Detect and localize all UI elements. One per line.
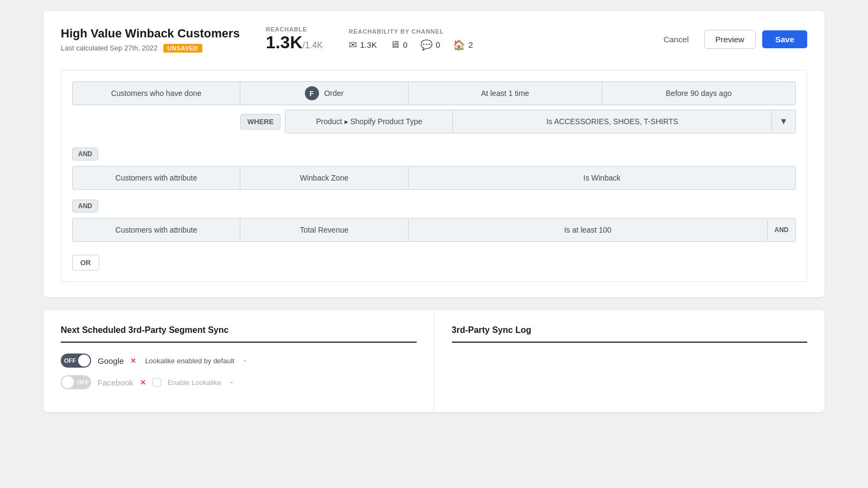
and-badge-2[interactable]: AND — [72, 194, 796, 218]
condition-label-1-3: At least 1 time — [481, 89, 529, 98]
reachable-label: REACHABLE — [266, 26, 323, 33]
condition-cell-1-4[interactable]: Before 90 days ago — [602, 81, 796, 105]
or-button[interactable]: OR — [72, 246, 796, 271]
header-actions: Cancel Preview Save — [655, 30, 807, 49]
condition-cell-1-2[interactable]: F Order — [240, 81, 409, 105]
facebook-dash: - — [230, 377, 233, 387]
facebook-platform-name: Facebook — [98, 378, 133, 387]
condition-cell-1-3[interactable]: At least 1 time — [409, 81, 602, 105]
and-inline-button[interactable]: AND — [768, 218, 796, 242]
save-button[interactable]: Save — [762, 30, 807, 48]
reachable-total: /1.4K — [302, 41, 322, 50]
reachable-section: REACHABLE 1.3K/1.4K — [266, 26, 323, 53]
condition-label-3-3: Is at least 100 — [564, 226, 611, 234]
condition-label-3-2: Total Revenue — [300, 226, 349, 234]
google-platform-x[interactable]: ✕ — [130, 357, 136, 365]
condition-row-2: Customers with attribute Winback Zone Is… — [72, 166, 796, 190]
home-icon: 🏠 — [453, 39, 465, 51]
event-badge: F — [305, 86, 319, 100]
google-toggle-row: OFF Google ✕ Lookalike enabled by defaul… — [61, 354, 417, 368]
lookalike-checkbox[interactable] — [152, 378, 161, 387]
home-count: 2 — [468, 40, 473, 49]
channel-email: ✉ 1.3K — [349, 39, 377, 51]
segment-builder: Customers who have done F Order At least… — [61, 70, 807, 282]
preview-button[interactable]: Preview — [704, 30, 756, 49]
title-section: High Value Winback Customers Last calcul… — [61, 27, 240, 53]
condition-cell-2-3[interactable]: Is Winback — [409, 166, 796, 190]
log-panel-title: 3rd-Party Sync Log — [452, 325, 808, 343]
condition-row-3: Customers with attribute Total Revenue I… — [72, 218, 796, 242]
condition-label-3-1: Customers with attribute — [116, 226, 197, 234]
facebook-toggle[interactable]: OFF — [61, 375, 91, 389]
channel-home: 🏠 2 — [453, 39, 473, 51]
or-label[interactable]: OR — [72, 255, 99, 271]
desktop-icon: 🖥 — [390, 39, 400, 50]
sync-panel: Next Scheduled 3rd-Party Segment Sync OF… — [43, 310, 434, 412]
segment-title: High Value Winback Customers — [61, 27, 240, 41]
google-lookalike-text: Lookalike enabled by default — [145, 357, 234, 365]
meta-row: Last calculated Sep 27th, 2022 UNSAVED — [61, 44, 240, 53]
desktop-count: 0 — [403, 40, 407, 49]
email-icon: ✉ — [349, 39, 357, 51]
channel-desktop: 🖥 0 — [390, 39, 407, 50]
google-dash: - — [243, 356, 246, 365]
and-label-2: AND — [72, 200, 98, 213]
condition-cell-3-3[interactable]: Is at least 100 — [409, 218, 768, 242]
and-inline-label: AND — [775, 226, 789, 234]
channel-chat: 💬 0 — [420, 39, 440, 51]
facebook-platform-x[interactable]: ✕ — [140, 378, 146, 387]
condition-label-1-1: Customers who have done — [111, 89, 202, 98]
where-cell-2[interactable]: Is ACCESSORIES, SHOES, T-SHIRTS — [453, 110, 772, 133]
unsaved-badge: UNSAVED — [163, 44, 202, 53]
condition-cell-2-1[interactable]: Customers with attribute — [72, 166, 240, 190]
condition-label-1-4: Before 90 days ago — [666, 89, 731, 98]
and-badge-1[interactable]: AND — [72, 142, 796, 166]
google-toggle-knob — [78, 355, 90, 367]
where-label-1: Product ▸ Shopify Product Type — [316, 117, 422, 126]
google-platform-name: Google — [98, 356, 124, 365]
cancel-button[interactable]: Cancel — [655, 30, 698, 48]
reachability-section: REACHABILITY BY CHANNEL ✉ 1.3K 🖥 0 💬 0 🏠… — [349, 28, 473, 51]
facebook-toggle-knob — [62, 376, 74, 388]
condition-row-1: Customers who have done F Order At least… — [72, 81, 796, 105]
where-cell-1[interactable]: Product ▸ Shopify Product Type — [285, 110, 453, 133]
last-calculated: Last calculated Sep 27th, 2022 — [61, 44, 158, 52]
bottom-section: Next Scheduled 3rd-Party Segment Sync OF… — [43, 310, 825, 412]
reachability-label: REACHABILITY BY CHANNEL — [349, 28, 473, 35]
facebook-lookalike-text: Enable Lookalike — [168, 378, 221, 387]
reachable-count-row: 1.3K/1.4K — [266, 33, 323, 53]
where-filter-button[interactable]: ▼ — [772, 110, 796, 133]
facebook-toggle-row: OFF Facebook ✕ Enable Lookalike - — [61, 375, 417, 389]
chat-icon: 💬 — [420, 39, 432, 51]
log-panel: 3rd-Party Sync Log — [434, 310, 825, 412]
main-card: High Value Winback Customers Last calcul… — [43, 11, 825, 297]
reachable-count: 1.3K — [266, 33, 303, 52]
where-row: WHERE Product ▸ Shopify Product Type Is … — [240, 110, 796, 133]
condition-label-2-1: Customers with attribute — [116, 174, 197, 182]
filter-icon: ▼ — [780, 117, 788, 126]
condition-label-2-2: Winback Zone — [300, 174, 348, 182]
channel-row: ✉ 1.3K 🖥 0 💬 0 🏠 2 — [349, 39, 473, 51]
google-toggle[interactable]: OFF — [61, 354, 91, 368]
google-toggle-label: OFF — [64, 357, 76, 364]
email-count: 1.3K — [360, 40, 377, 49]
sync-panel-title: Next Scheduled 3rd-Party Segment Sync — [61, 325, 417, 343]
condition-label-1-2: Order — [324, 89, 344, 98]
condition-cell-3-1[interactable]: Customers with attribute — [72, 218, 240, 242]
condition-cell-1-1[interactable]: Customers who have done — [72, 81, 240, 105]
condition-label-2-3: Is Winback — [583, 174, 620, 182]
chat-count: 0 — [436, 40, 440, 49]
condition-cell-2-2[interactable]: Winback Zone — [240, 166, 409, 190]
condition-cell-3-2[interactable]: Total Revenue — [240, 218, 409, 242]
and-label-1: AND — [72, 147, 98, 160]
where-label: WHERE — [240, 114, 280, 130]
header-row: High Value Winback Customers Last calcul… — [61, 26, 807, 53]
facebook-toggle-label: OFF — [77, 379, 89, 386]
where-label-2: Is ACCESSORIES, SHOES, T-SHIRTS — [546, 117, 678, 126]
